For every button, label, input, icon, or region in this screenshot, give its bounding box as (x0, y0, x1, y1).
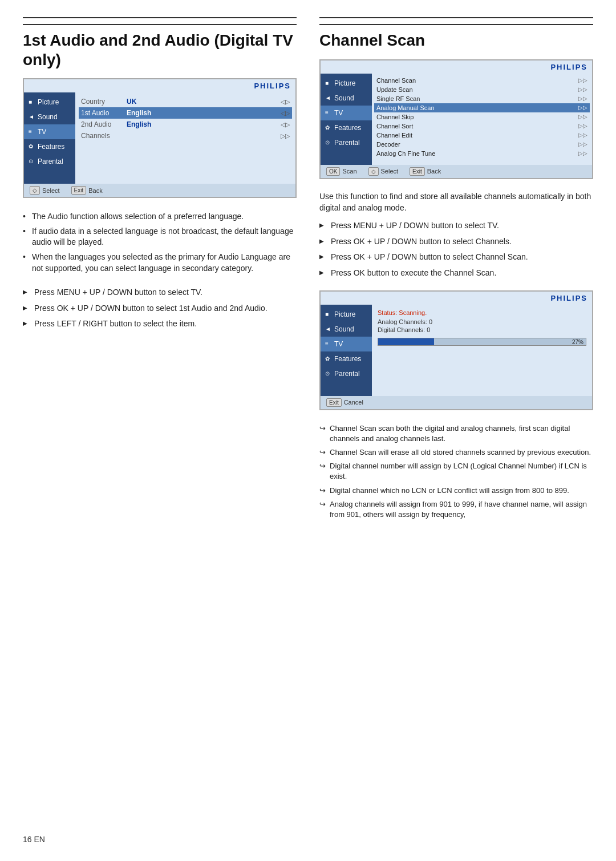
r-sidebar-label-picture: Picture (334, 79, 355, 87)
csort-arrow: ▷▷ (578, 123, 587, 129)
r-parental-icon: ⊙ (325, 139, 332, 146)
sidebar-label-picture: Picture (38, 98, 59, 106)
r-exit-label: Back (427, 168, 441, 175)
r-sidebar-tv: ≡ TV (321, 106, 372, 120)
bullet-1: The Audio function allows selection of a… (23, 209, 297, 224)
us-arrow: ▷▷ (578, 86, 587, 92)
scan-progress-label: 27% (572, 338, 583, 346)
right-intro: Use this function to find and store all … (319, 191, 593, 214)
right-menu2-footer: Exit Cancel (321, 396, 592, 409)
r2-sidebar-features: ✿ Features (321, 351, 372, 366)
r2-sidebar-label-picture: Picture (334, 310, 355, 318)
footer-r-back: Exit Back (410, 167, 441, 176)
channel-skip-label: Channel Skip (376, 114, 414, 120)
remark-4: Digital channel which no LCN or LCN conf… (319, 484, 593, 498)
r2-sidebar-label-parental: Parental (334, 370, 360, 378)
sidebar-item-parental: ⊙ Parental (24, 154, 75, 169)
left-bullets: The Audio function allows selection of a… (23, 209, 297, 276)
left-tv-menu: PHILIPS ■ Picture ◄ Sound ≡ TV (23, 78, 297, 198)
menu-analog-manual: Analog Manual Scan ▷▷ (374, 103, 590, 112)
footer-cancel: Exit Cancel (326, 398, 363, 407)
sidebar-label-parental: Parental (38, 157, 63, 165)
left-title: 1st Audio and 2nd Audio (Digital TV only… (23, 24, 297, 69)
right-menu1-footer: OK Scan ◇ Select Exit Back (321, 165, 592, 178)
r2-sidebar-tv: ≡ TV (321, 337, 372, 351)
remark-2: Channel Scan will erase all old stored c… (319, 446, 593, 459)
sidebar-label-tv: TV (38, 128, 46, 136)
r-features-icon: ✿ (325, 124, 332, 131)
parental-icon: ⊙ (29, 158, 35, 165)
footer-back: Exit Back (71, 186, 103, 195)
r2-sound-icon: ◄ (325, 326, 332, 333)
left-menu-sidebar: ■ Picture ◄ Sound ≡ TV ✿ Features (24, 92, 75, 184)
r-sidebar-label-parental: Parental (334, 139, 360, 147)
r2-sidebar-picture: ■ Picture (321, 307, 372, 322)
sidebar-item-features: ✿ Features (24, 139, 75, 154)
r-select-label: Select (381, 168, 399, 175)
scan-progress-bar: 27% (378, 338, 586, 346)
r-sidebar-sound: ◄ Sound (321, 91, 372, 106)
sidebar-label-features: Features (38, 143, 64, 151)
sound-icon: ◄ (29, 114, 35, 120)
audio1-value: English (127, 109, 281, 117)
step-1: Press MENU + UP / DOWN button to select … (23, 285, 297, 301)
scan-content: Status: Scanning. Analog Channels: 0 Dig… (372, 305, 592, 396)
ok-btn: OK (326, 167, 340, 176)
r-sidebar-features: ✿ Features (321, 120, 372, 135)
am-arrow: ▷▷ (578, 104, 587, 111)
menu-single-rf: Single RF Scan ▷▷ (376, 94, 587, 103)
exit-btn-icon: Exit (71, 186, 87, 195)
menu-channel-scan: Channel Scan ▷▷ (376, 76, 587, 85)
sr-arrow: ▷▷ (578, 95, 587, 102)
audio2-value: English (127, 120, 281, 128)
analog-manual-label: Analog Manual Scan (376, 104, 435, 111)
bullet-2: If audio data in a selected language is … (23, 224, 297, 250)
country-value: UK (127, 98, 281, 106)
r-picture-icon: ■ (325, 80, 332, 87)
r2-features-icon: ✿ (325, 355, 332, 362)
r-exit-icon: Exit (410, 167, 425, 176)
scan-status: Status: Scanning. (378, 309, 586, 316)
r2-sidebar-sound: ◄ Sound (321, 322, 372, 337)
right-title: Channel Scan (319, 24, 593, 50)
channel-edit-label: Channel Edit (376, 132, 412, 139)
remark-1: Channel Scan scan both the digital and a… (319, 422, 593, 446)
r2-sidebar-parental: ⊙ Parental (321, 366, 372, 381)
arrow-icon: ◁▷ (281, 98, 290, 106)
scan-digital: Digital Channels: 0 (378, 326, 586, 333)
decoder-label: Decoder (376, 141, 400, 148)
scan-progress-fill (378, 338, 434, 345)
country-label: Country (81, 98, 127, 106)
ck-arrow: ▷▷ (578, 114, 587, 120)
menu-channel-edit: Channel Edit ▷▷ (376, 131, 587, 140)
r-sidebar-picture: ■ Picture (321, 76, 372, 91)
exit-btn-label: Back (88, 187, 102, 194)
menu-row-channels: Channels ▷▷ (81, 130, 290, 142)
left-menu-footer: ◇ Select Exit Back (24, 184, 295, 197)
r-select-icon: ◇ (368, 167, 379, 176)
left-section: 1st Audio and 2nd Audio (Digital TV only… (23, 17, 297, 844)
sidebar-label-sound: Sound (38, 113, 58, 121)
bullet-3: When the languages you selected as the p… (23, 250, 297, 276)
right-tv-menu-1: PHILIPS ■ Picture ◄ Sound ≡ TV (319, 59, 593, 179)
menu-update-scan: Update Scan ▷▷ (376, 85, 587, 94)
af-arrow: ▷▷ (578, 150, 587, 156)
right-menu1-brand: PHILIPS (321, 60, 592, 74)
select-btn-icon: ◇ (30, 186, 40, 195)
page-number: 16 EN (23, 835, 45, 844)
scan-analog: Analog Channels: 0 (378, 318, 586, 325)
menu-analog-fine: Analog Ch Fine Tune ▷▷ (376, 149, 587, 158)
left-menu-brand: PHILIPS (24, 79, 295, 92)
r-step-3: Press OK + UP / DOWN button to select Ch… (319, 249, 593, 265)
select-btn-label: Select (42, 187, 60, 194)
cs-arrow: ▷▷ (578, 77, 587, 83)
cancel-btn-label: Cancel (344, 399, 363, 406)
channels-label: Channels (81, 132, 127, 140)
remark-3: Digital channel number will assign by LC… (319, 459, 593, 483)
single-rf-label: Single RF Scan (376, 95, 420, 102)
r-step-2: Press OK + UP / DOWN button to select Ch… (319, 234, 593, 250)
picture-icon: ■ (29, 99, 35, 106)
right-menu2-sidebar: ■ Picture ◄ Sound ≡ TV ✿ Features (321, 305, 372, 396)
r-step-4: Press OK button to execute the Channel S… (319, 265, 593, 281)
channel-scan-label: Channel Scan (376, 77, 416, 84)
